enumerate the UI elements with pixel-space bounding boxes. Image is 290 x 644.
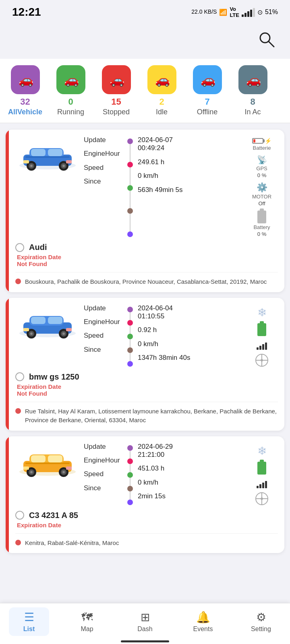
gps-icon: 📡: [257, 155, 267, 165]
card-address: Bouskoura, Pachalik de Bouskoura, Provin…: [15, 272, 278, 292]
tab-all-vehicle[interactable]: 🚗 32 AllVehicle: [4, 65, 46, 116]
label-since: Since: [84, 178, 124, 186]
tab-inac[interactable]: 🚗 8 In Ac: [232, 65, 274, 116]
card-top: Update EngineHour Speed Since: [15, 304, 278, 367]
value-since: 2min 15s: [138, 492, 173, 500]
svg-rect-19: [23, 160, 29, 163]
vehicle-name: Audi: [29, 243, 47, 252]
svg-point-45: [62, 471, 65, 473]
tab-stopped[interactable]: 🚗 15 Stopped: [95, 65, 137, 116]
svg-rect-34: [66, 328, 72, 331]
nav-map[interactable]: 🗺 Map: [67, 607, 107, 636]
card-status-icons: ⚡ Batterie 📡 GPS 0 % ⚙️: [246, 136, 278, 237]
card-address: Rue Talsint, Hay Al Karam, Lotissement l…: [15, 402, 278, 431]
status-bar: 12:21 22.0 KB/S 📶 VoLTE ⊙ 51%: [0, 0, 290, 24]
batterie-label: Batterie: [253, 145, 271, 151]
tab-inac-count: 8: [250, 97, 255, 107]
vehicle-select-radio[interactable]: [15, 243, 24, 252]
dot-3: [127, 185, 133, 191]
car-icon-all: 🚗: [17, 71, 34, 88]
label-update: Update: [84, 136, 124, 144]
network-speed: 22.0 KB/S: [191, 9, 217, 15]
car-icon-running: 🚗: [62, 71, 79, 88]
value-since: 563h 49min 5s: [138, 186, 183, 194]
vehicle-name: bmw gs 1250: [29, 372, 79, 382]
battery-percent: 51%: [265, 8, 278, 16]
vehicle-select-radio[interactable]: [15, 511, 24, 520]
card-address: Kenitra, Rabat-Salé-Kénitra, Maroc: [15, 533, 278, 553]
tab-idle-count: 2: [159, 97, 164, 107]
gps-label: GPS: [256, 165, 267, 171]
car-image: [15, 304, 80, 345]
gps-value: 0 %: [257, 172, 266, 178]
motor-value: Off: [258, 200, 265, 206]
svg-point-32: [62, 332, 65, 335]
card-data: Update EngineHour Speed Since: [84, 304, 242, 367]
address-text: Bouskoura, Pachalik de Bouskoura, Provin…: [25, 277, 267, 287]
nav-events[interactable]: 🔔 Events: [183, 607, 223, 636]
svg-point-18: [62, 165, 65, 167]
car-illustration-bmw: [17, 307, 78, 341]
tab-stopped-count: 15: [111, 97, 121, 107]
svg-point-15: [30, 165, 33, 167]
car-image: [15, 136, 80, 176]
nav-setting-label: Setting: [251, 625, 271, 633]
value-speed: 0 km/h: [138, 172, 183, 180]
snow-icon-2: ❄: [257, 444, 267, 458]
tab-all-label: AllVehicle: [8, 108, 42, 116]
vehicle-select-radio[interactable]: [15, 372, 24, 381]
tab-all-count: 32: [20, 97, 30, 107]
snow-icon: ❄: [257, 306, 267, 319]
wifi-icon: 📶: [219, 8, 227, 16]
data-values: 2024-06-2921:21:00 451.03 h 0 km/h 2min …: [138, 443, 173, 505]
address-dot: [15, 279, 21, 284]
timeline-column: [127, 136, 133, 237]
battery-value: 0 %: [257, 231, 266, 237]
list-icon: ☰: [24, 611, 34, 624]
nav-dash[interactable]: ⊞ Dash: [125, 607, 165, 636]
battery-percent-status: Battery 0 %: [253, 211, 270, 237]
dot-2: [127, 162, 133, 167]
tab-offline-count: 7: [205, 97, 209, 107]
expiry-text: Expiration DateNot Found: [17, 383, 278, 397]
card-data: Update EngineHour Speed Since: [84, 443, 242, 505]
search-button[interactable]: [255, 28, 278, 51]
tab-running[interactable]: 🚗 0 Running: [50, 65, 92, 116]
tab-running-label: Running: [57, 108, 84, 116]
nav-map-label: Map: [81, 625, 93, 633]
svg-rect-47: [66, 466, 72, 470]
nav-list[interactable]: ☰ List: [9, 607, 49, 636]
tab-offline[interactable]: 🚗 7 Offline: [186, 65, 228, 116]
label-update: Update: [84, 443, 124, 451]
svg-rect-48: [25, 462, 70, 464]
car-icon-idle: 🚗: [153, 71, 170, 88]
vehicle-card-bmw[interactable]: Update EngineHour Speed Since: [6, 298, 284, 431]
car-icon-stopped: 🚗: [108, 71, 125, 88]
svg-rect-12: [48, 149, 62, 156]
address-text: Kenitra, Rabat-Salé-Kénitra, Maroc: [25, 539, 119, 548]
card-inner: Update EngineHour Speed Since: [9, 436, 284, 553]
svg-text:🚗: 🚗: [246, 73, 261, 87]
timeline-column: [127, 304, 133, 367]
status-icons: 22.0 KB/S 📶 VoLTE ⊙ 51%: [191, 6, 278, 18]
tab-idle[interactable]: 🚗 2 Idle: [141, 65, 183, 116]
vehicle-name-row: C3 4231 A 85: [15, 511, 278, 520]
label-since: Since: [84, 346, 124, 354]
motor-icon: ⚙️: [257, 182, 267, 193]
svg-text:🚗: 🚗: [110, 73, 125, 87]
gps-target-icon-2: [255, 492, 268, 505]
data-labels: Update EngineHour Speed Since: [84, 304, 124, 367]
dot-1: [127, 138, 133, 144]
vehicle-card-audi[interactable]: Update EngineHour Speed Since: [6, 130, 284, 292]
vehicle-card-c3[interactable]: Update EngineHour Speed Since: [6, 436, 284, 553]
svg-rect-33: [23, 328, 29, 331]
address-text: Rue Talsint, Hay Al Karam, Lotissement l…: [25, 407, 278, 425]
lightning-icon: ⚡: [265, 138, 271, 144]
svg-rect-39: [48, 455, 62, 462]
dash-icon: ⊞: [141, 611, 150, 624]
battery-full-icon: [257, 323, 266, 336]
filter-tabs: 🚗 32 AllVehicle 🚗 0 Running 🚗 15 Stopped…: [0, 59, 290, 123]
data-labels: Update EngineHour Speed Since: [84, 443, 124, 505]
nav-events-label: Events: [193, 625, 213, 633]
nav-setting[interactable]: ⚙ Setting: [241, 607, 281, 636]
